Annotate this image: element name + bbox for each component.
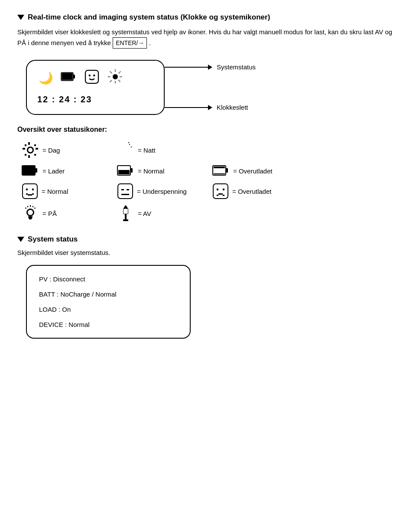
day-icon xyxy=(22,141,39,159)
svg-rect-4 xyxy=(85,70,98,83)
screen-diagram: 🌙 xyxy=(26,59,399,115)
section2: System status Skjermbildet viser systems… xyxy=(17,235,399,339)
svg-rect-56 xyxy=(30,205,31,207)
icons-row-2: = Lader = Normal xyxy=(22,164,399,178)
svg-line-13 xyxy=(119,80,121,82)
svg-rect-37 xyxy=(226,168,228,173)
intro-paragraph: Skjermbildet viser klokkeslett og system… xyxy=(17,27,399,49)
svg-rect-71 xyxy=(125,214,127,220)
section2-heading: System status xyxy=(17,235,399,244)
screen-display: 🌙 xyxy=(26,60,165,115)
svg-rect-17 xyxy=(28,155,30,158)
svg-point-6 xyxy=(93,75,95,77)
svg-line-14 xyxy=(119,72,121,74)
svg-rect-20 xyxy=(25,144,26,146)
battery-overcharge-icon xyxy=(212,164,230,178)
status-line-batt: BATT : NoCharge / Normal xyxy=(39,290,178,299)
svg-rect-65 xyxy=(29,219,32,219)
svg-rect-38 xyxy=(214,166,225,168)
svg-rect-35 xyxy=(118,166,130,170)
icons-row-3: = Normal = Underspenning xyxy=(22,183,399,199)
smiley-under-icon xyxy=(117,183,133,199)
svg-rect-16 xyxy=(28,142,30,145)
svg-rect-51 xyxy=(217,189,218,190)
screen-light-icon xyxy=(107,69,123,85)
svg-rect-3 xyxy=(62,73,72,80)
svg-rect-52 xyxy=(223,189,224,190)
triangle-icon-2 xyxy=(17,237,24,242)
svg-rect-31 xyxy=(23,166,35,175)
charging-icon xyxy=(22,164,39,178)
svg-rect-41 xyxy=(26,189,28,190)
system-status-desc: Skjermbildet viser systemstatus. xyxy=(17,249,399,256)
triangle-icon xyxy=(17,15,24,20)
battery-normal-icon xyxy=(117,164,134,178)
enter-key: ENTER/→ xyxy=(113,37,147,49)
icons-row-4: = PÅ = AV xyxy=(22,205,399,222)
screen-battery-icon xyxy=(61,69,76,85)
light-on-icon xyxy=(22,205,39,222)
svg-rect-63 xyxy=(28,216,32,218)
icon-smiley-under: = Underspenning xyxy=(117,183,212,199)
svg-line-12 xyxy=(110,72,112,74)
klokkeslett-label: Klokkeslett xyxy=(217,104,248,111)
svg-rect-64 xyxy=(29,218,32,219)
icon-day: = Dag xyxy=(22,141,117,159)
svg-rect-21 xyxy=(34,144,36,146)
section1-heading: Real-time clock and imaging system statu… xyxy=(17,13,399,22)
icon-battery-normal: = Normal xyxy=(117,164,212,178)
screen-smiley-icon xyxy=(84,69,100,85)
svg-rect-70 xyxy=(126,207,127,209)
svg-rect-46 xyxy=(118,184,133,199)
svg-rect-48 xyxy=(127,189,129,190)
svg-rect-23 xyxy=(34,154,36,156)
svg-rect-47 xyxy=(121,189,124,190)
smiley-normal-icon xyxy=(22,183,38,199)
svg-point-25 xyxy=(28,148,32,152)
screen-night-icon: 🌙 xyxy=(37,69,53,85)
svg-rect-40 xyxy=(23,184,37,199)
svg-rect-54 xyxy=(223,195,224,196)
screen-time: 12 : 24 : 23 xyxy=(37,95,153,104)
status-line-device: DEVICE : Normal xyxy=(39,320,178,329)
icons-row-1: = Dag = Natt xyxy=(22,141,399,159)
icon-battery-overcharge: = Overutladet xyxy=(212,164,308,178)
icon-light-off: = AV xyxy=(117,205,212,222)
svg-point-62 xyxy=(28,210,33,215)
svg-rect-55 xyxy=(218,193,223,195)
svg-rect-69 xyxy=(124,207,125,209)
smiley-over-icon xyxy=(212,183,229,199)
icon-charging: = Lader xyxy=(22,164,117,178)
svg-rect-30 xyxy=(35,168,37,173)
icon-smiley-normal: = Normal xyxy=(22,183,117,199)
svg-rect-43 xyxy=(26,193,28,195)
svg-rect-57 xyxy=(32,206,33,207)
svg-rect-39 xyxy=(214,173,225,174)
svg-rect-53 xyxy=(217,195,218,196)
svg-line-15 xyxy=(110,80,112,82)
icons-overview: = Dag = Natt = Lader xyxy=(22,141,399,222)
overview-heading: Oversikt over statusikoner: xyxy=(17,126,399,134)
svg-text:🌙: 🌙 xyxy=(39,71,53,85)
svg-rect-49 xyxy=(121,194,129,195)
svg-rect-58 xyxy=(27,206,28,207)
svg-rect-28 xyxy=(128,142,129,143)
svg-point-7 xyxy=(113,74,118,79)
icon-night-row: = Natt xyxy=(117,141,212,159)
icon-smiley-over: = Overutladet xyxy=(212,183,308,199)
svg-rect-44 xyxy=(32,193,34,195)
svg-rect-27 xyxy=(131,147,132,147)
svg-rect-26 xyxy=(129,144,130,145)
svg-rect-60 xyxy=(25,208,26,209)
svg-rect-59 xyxy=(34,208,36,209)
status-line-pv: PV : Disconnect xyxy=(39,274,178,284)
svg-rect-19 xyxy=(36,148,38,150)
night-icon xyxy=(117,141,134,159)
svg-point-5 xyxy=(89,75,91,77)
svg-rect-42 xyxy=(32,189,34,190)
icon-light-on: = PÅ xyxy=(22,205,117,222)
svg-rect-72 xyxy=(123,219,128,221)
svg-rect-45 xyxy=(28,194,32,196)
systemstatus-label: Systemstatus xyxy=(217,63,256,71)
svg-rect-2 xyxy=(73,75,75,78)
